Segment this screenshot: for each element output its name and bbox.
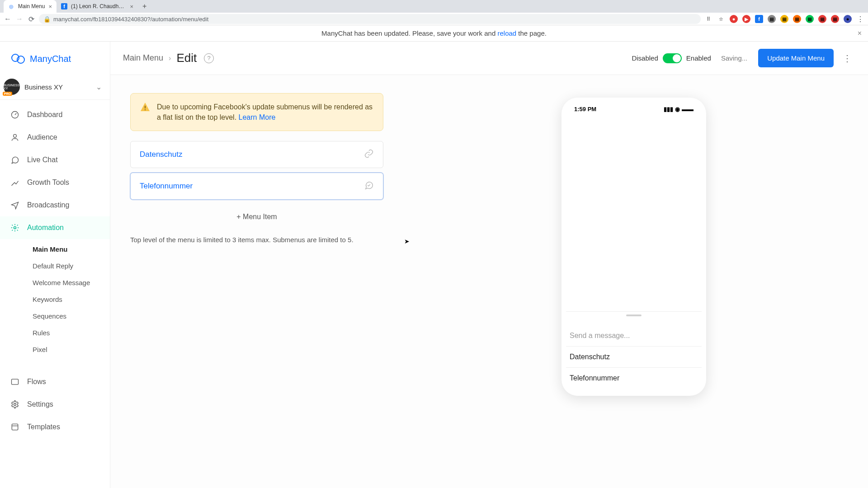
automation-icon xyxy=(10,223,20,233)
close-icon[interactable]: × xyxy=(858,29,862,38)
menu-item-row[interactable]: Datenschutz xyxy=(130,141,383,168)
menu-icon[interactable]: ⋮ xyxy=(856,15,864,23)
favicon-icon: f xyxy=(61,3,67,9)
editor-column: Due to upcoming Facebook's update submen… xyxy=(130,93,383,396)
tab-title: (1) Leon R. Chaudhari | Faceb xyxy=(71,3,126,9)
svg-rect-9 xyxy=(145,109,146,110)
drag-handle-icon[interactable] xyxy=(626,314,642,316)
subnav-item-keywords[interactable]: Keywords xyxy=(0,291,110,308)
nav-label: Dashboard xyxy=(27,111,62,119)
lock-icon: 🔒 xyxy=(43,16,51,23)
subnav-item-rules[interactable]: Rules xyxy=(0,324,110,341)
gear-icon xyxy=(10,399,20,409)
signal-icon: ▮▮▮ xyxy=(664,106,673,113)
warning-alert: Due to upcoming Facebook's update submen… xyxy=(130,93,383,131)
preview-column: 1:59 PM ▮▮▮ ◉ ▬▬ Send a message... Daten… xyxy=(420,93,848,396)
browser-tab-active[interactable]: ◎ Main Menu × xyxy=(4,0,57,13)
browser-chrome: ◎ Main Menu × f (1) Leon R. Chaudhari | … xyxy=(0,0,868,25)
banner-reload-link[interactable]: reload xyxy=(497,29,516,37)
manychat-logo-icon xyxy=(11,52,25,66)
back-icon[interactable]: ← xyxy=(4,15,12,23)
svg-rect-7 xyxy=(12,424,18,430)
sidebar-item-automation[interactable]: Automation xyxy=(0,216,110,239)
ext-icon[interactable]: ● xyxy=(730,15,738,23)
sidebar-item-templates[interactable]: Templates xyxy=(0,416,110,438)
ext-icon[interactable]: ▦ xyxy=(818,15,826,23)
breadcrumb[interactable]: Main Menu xyxy=(123,53,163,63)
forward-icon[interactable]: → xyxy=(15,15,24,23)
sidebar-item-broadcasting[interactable]: Broadcasting xyxy=(0,194,110,216)
menu-items-list: Datenschutz Telefonnummer + Menu Item xyxy=(130,141,383,230)
new-tab-button[interactable]: + xyxy=(138,2,151,10)
saving-status: Saving... xyxy=(721,54,747,62)
reload-icon[interactable]: ⟳ xyxy=(27,15,35,23)
subnav-item-default-reply[interactable]: Default Reply xyxy=(0,258,110,274)
favicon-icon: ◎ xyxy=(8,3,14,9)
sidebar-item-flows[interactable]: Flows xyxy=(0,371,110,393)
phone-preview: 1:59 PM ▮▮▮ ◉ ▬▬ Send a message... Daten… xyxy=(561,98,706,396)
menu-item-row[interactable]: Telefonnummer xyxy=(130,173,383,200)
learn-more-link[interactable]: Learn More xyxy=(239,113,276,121)
ext-icon[interactable]: ▦ xyxy=(806,15,814,23)
ext-icon[interactable]: ▦ xyxy=(768,15,776,23)
brand-logo[interactable]: ManyChat xyxy=(0,42,110,74)
templates-icon xyxy=(10,422,20,432)
chat-icon xyxy=(10,155,20,165)
subnav-item-welcome-message[interactable]: Welcome Message xyxy=(0,274,110,291)
status-time: 1:59 PM xyxy=(574,106,596,113)
wifi-icon: ◉ xyxy=(675,106,680,113)
drawer-menu-item[interactable]: Telefonnummer xyxy=(566,368,702,389)
nav-label: Growth Tools xyxy=(27,178,69,187)
growth-icon xyxy=(10,178,20,188)
chevron-right-icon: › xyxy=(169,54,171,62)
subnav-item-pixel[interactable]: Pixel xyxy=(0,341,110,358)
ext-icon[interactable]: f xyxy=(755,15,763,23)
avatar-icon[interactable]: ● xyxy=(844,15,852,23)
reply-icon xyxy=(364,180,374,192)
star-icon[interactable]: ☆ xyxy=(717,15,725,23)
close-icon[interactable]: × xyxy=(130,3,133,10)
subnav-item-main-menu[interactable]: Main Menu xyxy=(0,241,110,258)
sidebar-item-live-chat[interactable]: Live Chat xyxy=(0,149,110,171)
enabled-toggle-group: Disabled Enabled xyxy=(632,53,711,63)
sidebar-item-audience[interactable]: Audience xyxy=(0,126,110,149)
nav-label: Settings xyxy=(27,400,53,408)
update-main-menu-button[interactable]: Update Main Menu xyxy=(758,49,834,67)
more-menu-icon[interactable]: ⋮ xyxy=(839,53,855,64)
sidebar-item-growth-tools[interactable]: Growth Tools xyxy=(0,171,110,194)
url-text: manychat.com/fb181039443240830?/automati… xyxy=(53,16,208,23)
banner-text: ManyChat has been updated. Please, save … xyxy=(321,29,497,37)
banner-suffix: the page. xyxy=(516,29,547,37)
enabled-toggle[interactable] xyxy=(663,53,682,63)
workspace-name: Business XY xyxy=(24,83,91,91)
phone-drawer: Send a message... Datenschutz Telefonnum… xyxy=(566,311,702,389)
main: Main Menu › Edit ? Disabled Enabled Savi… xyxy=(110,42,868,488)
page-header: Main Menu › Edit ? Disabled Enabled Savi… xyxy=(110,42,868,75)
nav-label: Templates xyxy=(27,423,60,431)
workspace-avatar: BUSINESS XYPRO xyxy=(4,79,20,95)
workspace-selector[interactable]: BUSINESS XYPRO Business XY ⌄ xyxy=(0,74,110,100)
subnav-item-sequences[interactable]: Sequences xyxy=(0,308,110,324)
drawer-menu-item[interactable]: Datenschutz xyxy=(566,347,702,368)
warning-icon xyxy=(140,102,151,113)
enabled-label: Enabled xyxy=(686,54,711,62)
cursor-icon: ➤ xyxy=(404,238,410,245)
help-icon[interactable]: ? xyxy=(204,53,214,63)
address-row: ← → ⟳ 🔒 manychat.com/fb181039443240830?/… xyxy=(0,13,868,25)
browser-tab[interactable]: f (1) Leon R. Chaudhari | Faceb × xyxy=(57,0,138,13)
update-banner: ManyChat has been updated. Please, save … xyxy=(0,25,868,42)
close-icon[interactable]: × xyxy=(48,3,52,10)
ext-icon[interactable]: ▦ xyxy=(793,15,801,23)
sidebar-item-settings[interactable]: Settings xyxy=(0,393,110,416)
sidebar-item-dashboard[interactable]: Dashboard xyxy=(0,103,110,126)
menu-item-label: Datenschutz xyxy=(140,150,183,159)
chevron-down-icon: ⌄ xyxy=(96,83,102,91)
ext-icon[interactable]: ▶ xyxy=(742,15,750,23)
add-menu-item-button[interactable]: + Menu Item xyxy=(130,204,383,230)
send-message-input[interactable]: Send a message... xyxy=(566,326,702,347)
address-bar[interactable]: 🔒 manychat.com/fb181039443240830?/automa… xyxy=(39,14,701,24)
ext-icon[interactable]: ▦ xyxy=(831,15,839,23)
translate-icon[interactable]: ⠿ xyxy=(704,15,712,23)
ext-icon[interactable]: ▦ xyxy=(780,15,788,23)
phone-body xyxy=(566,113,702,311)
